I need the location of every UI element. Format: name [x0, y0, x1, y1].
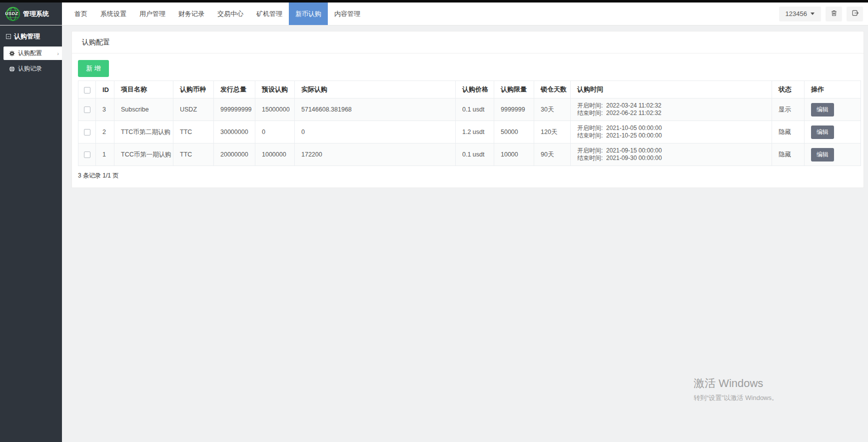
nav-item-trade-center[interactable]: 交易中心: [211, 2, 250, 25]
nav-item-new-coin-subscribe[interactable]: 新币认购: [289, 2, 328, 25]
column-header: 认购时间: [571, 81, 772, 98]
header: USDZ 管理系统 首页系统设置用户管理财务记录交易中心矿机管理新币认购内容管理…: [0, 2, 868, 26]
cell-limit: 50000: [494, 121, 534, 144]
windows-activation-watermark: 激活 Windows 转到“设置”以激活 Windows。: [694, 376, 778, 402]
cell-lock-days: 120天: [534, 121, 571, 144]
pagination-summary: 3 条记录 1/1 页: [72, 166, 864, 188]
cell-preset-subscription: 0: [255, 121, 295, 144]
cell-price: 0.1 usdt: [456, 98, 494, 121]
watermark-line1: 激活 Windows: [694, 376, 778, 391]
column-header: 实际认购: [295, 81, 456, 98]
cell-lock-days: 30天: [534, 98, 571, 121]
logout-icon: [852, 10, 859, 18]
page-title: 认购配置: [72, 32, 864, 54]
cell-project-name: Subscribe: [114, 98, 173, 121]
cell-preset-subscription: 15000000: [255, 98, 295, 121]
table-row: 2TTC币第二期认购TTC30000000001.2 usdt50000120天…: [78, 121, 861, 144]
cell-total-issuance: 30000000: [214, 121, 255, 144]
user-dropdown-button[interactable]: 123456: [779, 6, 821, 22]
table-body: 3SubscribeUSDZ9999999991500000057146608.…: [78, 98, 861, 166]
trash-button[interactable]: [826, 6, 842, 22]
add-button[interactable]: 新 增: [78, 60, 109, 77]
sidebar-group-label: 认购管理: [14, 32, 40, 41]
column-header: 锁仓天数: [534, 81, 571, 98]
start-time: 开启时间: 2021-09-15 00:00:00: [577, 147, 765, 154]
cell-lock-days: 90天: [534, 144, 571, 166]
column-header: 状态: [772, 81, 805, 98]
sidebar: 认购管理 认购配置›认购记录: [0, 26, 62, 442]
table-row: 1TCC币第一期认购TTC2000000010000001722000.1 us…: [78, 144, 861, 166]
cell-limit: 9999999: [494, 98, 534, 121]
sidebar-item-label: 认购配置: [18, 49, 42, 58]
column-header: 认购价格: [456, 81, 494, 98]
table-header-row: ID项目名称认购币种发行总量预设认购实际认购认购价格认购限量锁仓天数认购时间状态…: [78, 81, 861, 98]
header-actions: 123456: [779, 2, 868, 25]
cell-preset-subscription: 1000000: [255, 144, 295, 166]
cell-total-issuance: 999999999: [214, 98, 255, 121]
globe-icon: [9, 66, 15, 72]
cell-price: 1.2 usdt: [456, 121, 494, 144]
cell-actual-subscription: 172200: [295, 144, 456, 166]
row-checkbox[interactable]: [84, 129, 90, 136]
toolbar: 新 增: [72, 54, 864, 80]
nav-item-user-management[interactable]: 用户管理: [133, 2, 172, 25]
end-time: 结束时间: 2021-09-30 00:00:00: [577, 154, 765, 162]
chevron-down-icon: [811, 12, 815, 15]
row-checkbox[interactable]: [84, 106, 90, 113]
cell-id: 1: [96, 144, 114, 166]
column-header: ID: [96, 81, 114, 98]
cell-actual-subscription: 0: [295, 121, 456, 144]
column-header: 认购币种: [173, 81, 214, 98]
row-checkbox[interactable]: [84, 152, 90, 158]
column-header: 发行总量: [214, 81, 255, 98]
cell-actual-subscription: 57146608.381968: [295, 98, 456, 121]
cell-time: 开启时间: 2021-10-05 00:00:00结束时间: 2021-10-2…: [571, 121, 772, 144]
gear-icon: [9, 50, 15, 56]
sidebar-item-subscribe-records[interactable]: 认购记录: [0, 62, 62, 76]
collapse-minus-icon: [6, 34, 11, 39]
edit-button[interactable]: 编辑: [811, 148, 834, 162]
cell-limit: 10000: [494, 144, 534, 166]
subscribe-config-table: ID项目名称认购币种发行总量预设认购实际认购认购价格认购限量锁仓天数认购时间状态…: [78, 80, 861, 166]
nav-item-home[interactable]: 首页: [68, 2, 94, 25]
globe-logo-icon: USDZ: [5, 6, 21, 22]
cell-status: 隐藏: [772, 121, 805, 144]
logo-text: USDZ: [5, 11, 18, 16]
nav-item-system-settings[interactable]: 系统设置: [94, 2, 133, 25]
end-time: 结束时间: 2022-06-22 11:02:32: [577, 110, 765, 117]
top-navigation: 首页系统设置用户管理财务记录交易中心矿机管理新币认购内容管理: [68, 2, 367, 25]
cell-id: 3: [96, 98, 114, 121]
start-time: 开启时间: 2021-10-05 00:00:00: [577, 124, 765, 132]
edit-button[interactable]: 编辑: [811, 126, 834, 139]
sidebar-group-subscribe-management[interactable]: 认购管理: [0, 26, 62, 46]
trash-icon: [831, 10, 838, 18]
user-dropdown-label: 123456: [786, 10, 807, 18]
nav-item-miner-management[interactable]: 矿机管理: [250, 2, 289, 25]
subscribe-config-card: 认购配置 新 增 ID项目名称认购币种发行总量预设认购实际认购认购价格认购限量锁…: [71, 31, 864, 188]
cell-coin: USDZ: [173, 98, 214, 121]
column-header: 项目名称: [114, 81, 173, 98]
logout-button[interactable]: [847, 6, 863, 22]
cell-total-issuance: 20000000: [214, 144, 255, 166]
column-header: 操作: [805, 81, 861, 98]
cell-coin: TTC: [173, 121, 214, 144]
main-content: 认购配置 新 增 ID项目名称认购币种发行总量预设认购实际认购认购价格认购限量锁…: [62, 26, 868, 442]
select-all-checkbox[interactable]: [84, 87, 90, 94]
table-row: 3SubscribeUSDZ9999999991500000057146608.…: [78, 98, 861, 121]
nav-item-finance-records[interactable]: 财务记录: [172, 2, 211, 25]
app-title: 管理系统: [23, 10, 49, 18]
app-logo: USDZ 管理系统: [0, 2, 62, 25]
cell-coin: TTC: [173, 144, 214, 166]
sidebar-items: 认购配置›认购记录: [0, 46, 62, 76]
cell-project-name: TTC币第二期认购: [114, 121, 173, 144]
chevron-right-icon: ›: [57, 50, 59, 56]
nav-item-content-management[interactable]: 内容管理: [328, 2, 367, 25]
cell-project-name: TCC币第一期认购: [114, 144, 173, 166]
end-time: 结束时间: 2021-10-25 00:00:00: [577, 132, 765, 140]
cell-status: 隐藏: [772, 144, 805, 166]
column-header: 预设认购: [255, 81, 295, 98]
sidebar-item-label: 认购记录: [18, 64, 42, 73]
sidebar-item-subscribe-config[interactable]: 认购配置›: [3, 46, 62, 60]
cell-id: 2: [96, 121, 114, 144]
edit-button[interactable]: 编辑: [811, 103, 834, 116]
